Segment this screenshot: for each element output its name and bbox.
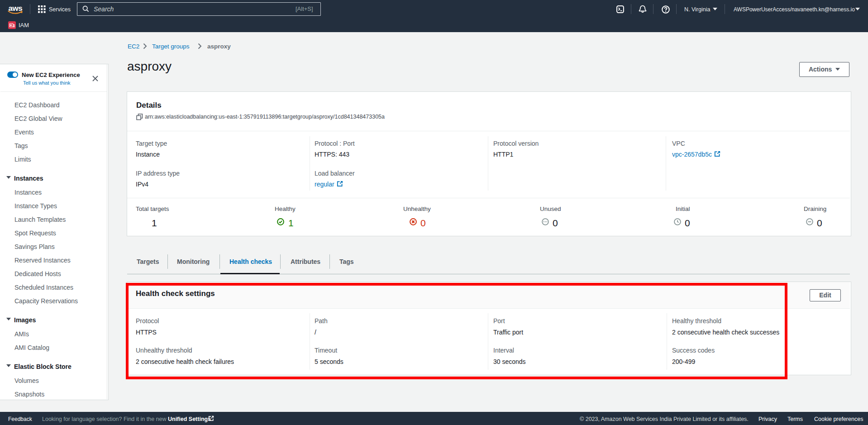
- svg-text:aws: aws: [9, 4, 23, 13]
